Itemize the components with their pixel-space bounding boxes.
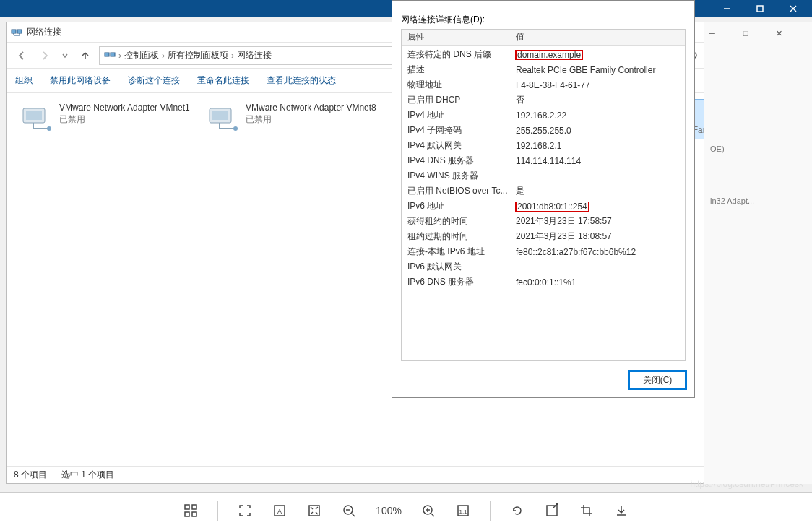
- property-row[interactable]: IPv4 地址192.168.2.22: [402, 108, 685, 123]
- property-name: IPv6 默认网关: [402, 261, 510, 273]
- property-row[interactable]: 获得租约的时间2021年3月23日 17:58:57: [402, 214, 685, 229]
- adapter-item[interactable]: VMware Network Adapter VMnet1已禁用: [15, 99, 196, 139]
- dialog-title: [392, 1, 694, 8]
- download-icon[interactable]: [613, 503, 629, 519]
- property-row[interactable]: 物理地址F4-8E-38-F4-61-77: [402, 77, 685, 92]
- property-name: 已启用 NetBIOS over Tc...: [402, 185, 510, 197]
- property-row[interactable]: IPv6 DNS 服务器fec0:0:0:1::1%1: [402, 274, 685, 290]
- breadcrumb-3[interactable]: 网络连接: [237, 49, 272, 61]
- bg-close-button[interactable]: ✕: [763, 25, 795, 42]
- diagnose-cmd[interactable]: 诊断这个连接: [128, 74, 180, 87]
- fit-icon[interactable]: [306, 503, 322, 519]
- adapter-status: 已禁用: [246, 114, 376, 126]
- selected-count: 选中 1 个项目: [61, 469, 114, 481]
- rotate-icon[interactable]: [509, 503, 525, 519]
- breadcrumb-home-icon: [104, 50, 116, 61]
- max-button[interactable]: [744, 0, 776, 17]
- property-row[interactable]: IPv6 默认网关: [402, 259, 685, 274]
- svg-rect-20: [26, 111, 42, 120]
- property-name: IPv4 DNS 服务器: [402, 155, 510, 167]
- svg-rect-38: [185, 505, 189, 509]
- property-row[interactable]: 连接-本地 IPv6 地址fe80::2c81:a27b:f67c:bb6b%1…: [402, 244, 685, 259]
- property-row[interactable]: IPv4 WINS 服务器: [402, 168, 685, 183]
- property-row[interactable]: 租约过期的时间2021年3月23日 18:08:57: [402, 229, 685, 244]
- property-value: fe80::2c81:a27b:f67c:bb6b%12: [510, 247, 685, 257]
- svg-text:1:1: 1:1: [459, 508, 467, 515]
- svg-rect-40: [185, 512, 189, 516]
- property-value: 114.114.114.114: [510, 156, 685, 166]
- svg-rect-5: [17, 30, 22, 33]
- organize-menu[interactable]: 组织: [15, 74, 33, 87]
- background-window: OE) in32 Adapt...: [704, 22, 812, 484]
- property-name: 连接特定的 DNS 后缀: [402, 48, 510, 61]
- history-dropdown[interactable]: [59, 46, 72, 65]
- col-header-value[interactable]: 值: [510, 31, 530, 43]
- breadcrumb-1[interactable]: 控制面板: [124, 49, 159, 61]
- breadcrumb-2[interactable]: 所有控制面板项: [168, 49, 228, 61]
- close-dialog-button[interactable]: 关闭(C): [629, 371, 686, 389]
- adapter-icon: [19, 103, 53, 134]
- property-value: 否: [510, 94, 685, 106]
- property-value: 192.168.2.22: [510, 111, 685, 121]
- property-value: 2021年3月23日 18:08:57: [510, 230, 685, 243]
- property-name: IPv6 DNS 服务器: [402, 276, 510, 288]
- view-status-cmd[interactable]: 查看此连接的状态: [267, 74, 336, 87]
- viewer-toolbar: A 100% 1:1: [0, 492, 812, 528]
- up-button[interactable]: [76, 46, 95, 65]
- min-button[interactable]: [711, 0, 743, 17]
- property-row[interactable]: 已启用 DHCP否: [402, 92, 685, 108]
- property-row[interactable]: IPv4 子网掩码255.255.255.0: [402, 123, 685, 138]
- property-value: 2001:db8:0:1::254: [510, 202, 685, 212]
- close-button[interactable]: [777, 0, 809, 17]
- property-row[interactable]: 连接特定的 DNS 后缀domain.example: [402, 47, 685, 62]
- property-value: 255.255.255.0: [510, 126, 685, 136]
- property-name: 获得租约的时间: [402, 215, 510, 228]
- svg-point-24: [233, 126, 238, 131]
- col-header-property[interactable]: 属性: [402, 31, 510, 43]
- property-row[interactable]: 描述Realtek PCIe GBE Family Controller: [402, 62, 685, 77]
- svg-rect-39: [192, 505, 196, 509]
- status-bar: 8 个项目 选中 1 个项目: [7, 466, 807, 483]
- property-value: Realtek PCIe GBE Family Controller: [510, 65, 685, 75]
- adapter-name: VMware Network Adapter VMnet1: [59, 103, 190, 114]
- forward-button[interactable]: [35, 46, 54, 65]
- crop-icon[interactable]: [579, 503, 595, 519]
- property-name: 描述: [402, 64, 510, 76]
- property-row[interactable]: IPv6 地址2001:db8:0:1::254: [402, 199, 685, 214]
- peek-text-2: in32 Adapt...: [710, 196, 806, 205]
- zoom-in-icon[interactable]: [420, 503, 436, 519]
- property-name: IPv4 默认网关: [402, 139, 510, 152]
- zoom-level: 100%: [376, 505, 402, 516]
- property-name: 租约过期的时间: [402, 230, 510, 243]
- adapter-icon: [205, 103, 240, 134]
- property-name: 物理地址: [402, 79, 510, 91]
- property-row[interactable]: IPv4 DNS 服务器114.114.114.114: [402, 153, 685, 168]
- property-row[interactable]: IPv4 默认网关192.168.2.1: [402, 138, 685, 153]
- grid-icon[interactable]: [183, 503, 199, 519]
- rename-cmd[interactable]: 重命名此连接: [197, 74, 249, 87]
- svg-rect-54: [547, 506, 557, 516]
- adapter-item[interactable]: VMware Network Adapter VMnet8已禁用: [202, 99, 382, 139]
- property-name: 连接-本地 IPv6 地址: [402, 246, 510, 258]
- back-button[interactable]: [12, 46, 31, 65]
- properties-list[interactable]: 属性 值 连接特定的 DNS 后缀domain.example描述Realtek…: [401, 29, 686, 361]
- fullscreen-icon[interactable]: [237, 503, 253, 519]
- property-value: domain.example: [510, 50, 685, 60]
- dialog-heading: 网络连接详细信息(D):: [401, 14, 686, 26]
- ocr-icon[interactable]: A: [272, 503, 288, 519]
- disable-device-cmd[interactable]: 禁用此网络设备: [50, 74, 111, 87]
- svg-rect-9: [105, 53, 109, 56]
- background-window-controls: ─ □ ✕: [696, 25, 795, 42]
- adapter-name: VMware Network Adapter VMnet8: [246, 103, 376, 114]
- edit-icon[interactable]: [544, 503, 560, 519]
- svg-rect-23: [212, 111, 228, 120]
- bg-min-button[interactable]: ─: [696, 25, 728, 42]
- property-row[interactable]: 已启用 NetBIOS over Tc...是: [402, 183, 685, 199]
- svg-rect-41: [192, 512, 196, 516]
- connection-details-dialog: 网络连接详细信息(D): 属性 值 连接特定的 DNS 后缀domain.exa…: [392, 0, 695, 398]
- property-name: IPv4 地址: [402, 109, 510, 121]
- bg-max-button[interactable]: □: [730, 25, 761, 42]
- zoom-out-icon[interactable]: [341, 503, 357, 519]
- actual-size-icon[interactable]: 1:1: [455, 503, 471, 519]
- property-name: 已启用 DHCP: [402, 94, 510, 106]
